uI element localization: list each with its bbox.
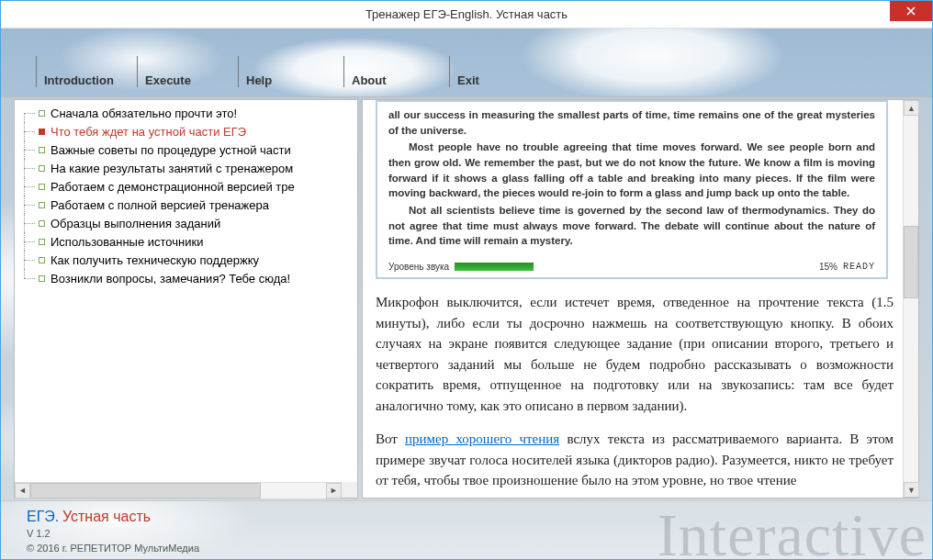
tree-item-label: Работаем с демонстрационной версией тре [51, 180, 295, 194]
audio-ready-status: READY [843, 262, 875, 272]
audio-level-row: Уровень звука 15% READY [388, 262, 875, 272]
main-vscrollbar[interactable]: ▲ ▼ [903, 100, 918, 498]
reading-p2: Most people have no trouble agreeing tha… [388, 140, 875, 201]
nav-tree-item[interactable]: Работаем с демонстрационной версией тре [18, 177, 357, 196]
body-p1: Микрофон выключится, если истечет время,… [376, 292, 894, 416]
main-content: all our success in measuring the smalles… [363, 100, 903, 498]
watermark-text: Interactive [658, 500, 927, 560]
tree-item-label: На какие результаты занятий с тренажером [51, 162, 293, 175]
scroll-track[interactable] [30, 483, 326, 498]
tree-item-label: Работаем с полной версией тренажера [51, 198, 269, 212]
nav-tree-item[interactable]: Использованные источники [18, 232, 357, 251]
tree-item-label: Как получить техническую поддержку [51, 253, 259, 267]
window-title: Тренажер ЕГЭ-English. Устная часть [1, 7, 932, 21]
tree-bullet-icon [39, 129, 45, 135]
example-link[interactable]: пример хорошего чтения [405, 431, 559, 446]
menu-introduction[interactable]: Introduction [28, 56, 129, 91]
product-title: ЕГЭ. Устная часть [27, 507, 199, 527]
menu-label: Help [244, 73, 272, 87]
tree-item-label: Что тебя ждет на устной части ЕГЭ [51, 125, 246, 139]
body-p2-before: Вот [376, 431, 405, 446]
nav-tree: Сначала обязательно прочти это!Что тебя … [15, 100, 357, 291]
menu-exit[interactable]: Exit [442, 56, 487, 91]
scroll-up-icon[interactable]: ▲ [904, 100, 919, 116]
scroll-thumb[interactable] [30, 483, 261, 498]
tree-bullet-icon [39, 147, 45, 153]
header-area: Introduction Execute Help About Exit [1, 28, 932, 97]
tree-bullet-icon [39, 275, 45, 282]
nav-tree-item[interactable]: Сначала обязательно прочти это! [18, 104, 357, 122]
menu-label: Exit [455, 73, 479, 87]
tree-bullet-icon [39, 239, 45, 245]
tree-item-label: Сначала обязательно прочти это! [51, 106, 237, 120]
tree-bullet-icon [39, 257, 45, 263]
nav-tree-item[interactable]: Как получить техническую поддержку [18, 251, 357, 269]
product-copyright: © 2016 г. РЕПЕТИТОР МультиМедиа [27, 542, 199, 555]
nav-tree-item[interactable]: Важные советы по процедуре устной части [18, 140, 357, 159]
audio-level-bar [455, 263, 534, 271]
tree-bullet-icon [39, 184, 45, 190]
main-panel: all our success in measuring the smalles… [362, 99, 919, 498]
menubar: Introduction Execute Help About Exit [1, 56, 932, 91]
product-title-1: ЕГЭ. [27, 509, 59, 524]
tree-bullet-icon [39, 220, 45, 227]
tree-hscrollbar[interactable]: ◄ ► [15, 482, 342, 498]
reading-card: all our success in measuring the smalles… [376, 100, 888, 279]
app-window: Тренажер ЕГЭ-English. Устная часть Intro… [0, 0, 933, 560]
nav-tree-item[interactable]: Работаем с полной версией тренажера [18, 196, 357, 214]
scroll-left-icon[interactable]: ◄ [15, 483, 30, 498]
reading-frag: all our success in measuring the smalles… [388, 107, 875, 138]
menu-execute[interactable]: Execute [129, 56, 230, 91]
footer: ЕГЭ. Устная часть V 1.2 © 2016 г. РЕПЕТИ… [1, 500, 932, 559]
nav-tree-scroll: Сначала обязательно прочти это!Что тебя … [15, 100, 357, 482]
product-title-2: Устная часть [62, 509, 151, 524]
close-icon [906, 6, 916, 16]
nav-tree-panel: Сначала обязательно прочти это!Что тебя … [14, 99, 358, 498]
nav-tree-item[interactable]: Что тебя ждет на устной части ЕГЭ [18, 122, 357, 140]
menu-label: About [350, 73, 387, 87]
nav-tree-item[interactable]: На какие результаты занятий с тренажером [18, 159, 357, 177]
tree-item-label: Использованные источники [51, 235, 203, 249]
close-button[interactable] [890, 1, 932, 21]
tree-item-label: Важные советы по процедуре устной части [51, 143, 291, 157]
menu-help[interactable]: Help [230, 56, 336, 91]
content-area: Сначала обязательно прочти это!Что тебя … [1, 97, 932, 500]
audio-level-percent: 15% [819, 262, 837, 272]
reading-text: all our success in measuring the smalles… [388, 107, 875, 249]
menu-label: Introduction [42, 73, 114, 87]
tree-item-label: Образцы выполнения заданий [51, 217, 220, 230]
product-version: V 1.2 [27, 527, 199, 541]
article-body: Микрофон выключится, если истечет время,… [376, 292, 894, 491]
tree-item-label: Возникли вопросы, замечания? Тебе сюда! [51, 272, 290, 286]
scroll-down-icon[interactable]: ▼ [904, 482, 919, 498]
scroll-track[interactable] [904, 116, 918, 482]
scroll-right-icon[interactable]: ► [326, 483, 342, 498]
footer-info: ЕГЭ. Устная часть V 1.2 © 2016 г. РЕПЕТИ… [27, 507, 199, 555]
nav-tree-item[interactable]: Возникли вопросы, замечания? Тебе сюда! [18, 269, 357, 287]
nav-tree-item[interactable]: Образцы выполнения заданий [18, 214, 357, 232]
menu-about[interactable]: About [336, 56, 442, 91]
tree-bullet-icon [39, 165, 45, 172]
menu-label: Execute [143, 73, 191, 87]
audio-level-label: Уровень звука [388, 262, 449, 272]
body-p2: Вот пример хорошего чтения вслух текста … [376, 429, 894, 491]
scroll-thumb[interactable] [904, 226, 918, 299]
titlebar: Тренажер ЕГЭ-English. Устная часть [1, 1, 932, 28]
tree-bullet-icon [39, 202, 45, 208]
scroll-corner [342, 482, 357, 498]
tree-bullet-icon [39, 110, 45, 117]
reading-p3: Not all scientists believe time is gover… [388, 203, 875, 249]
